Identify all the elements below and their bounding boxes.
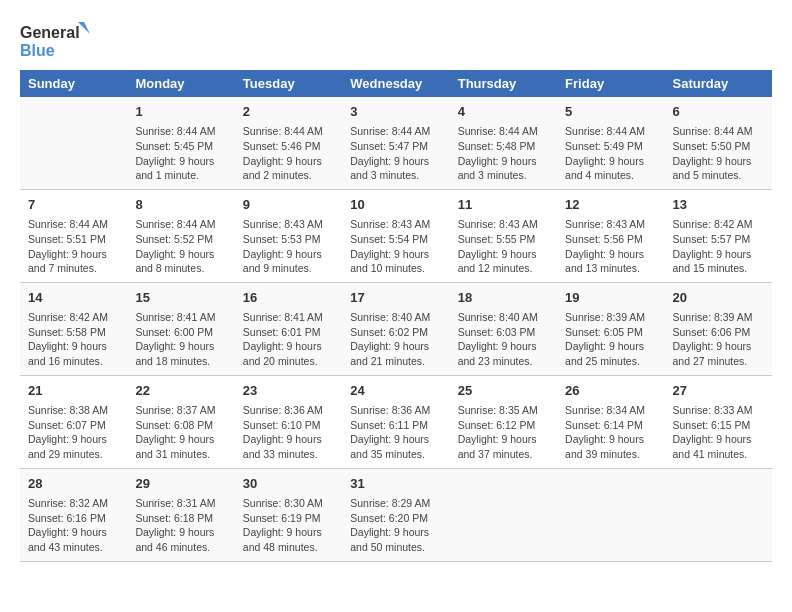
- day-info: Sunrise: 8:42 AMSunset: 5:58 PMDaylight:…: [28, 310, 119, 369]
- week-row-2: 14Sunrise: 8:42 AMSunset: 5:58 PMDayligh…: [20, 282, 772, 375]
- day-number: 30: [243, 475, 334, 493]
- col-header-saturday: Saturday: [665, 70, 772, 97]
- day-cell: 10Sunrise: 8:43 AMSunset: 5:54 PMDayligh…: [342, 189, 449, 282]
- day-cell: 18Sunrise: 8:40 AMSunset: 6:03 PMDayligh…: [450, 282, 557, 375]
- day-info: Sunrise: 8:44 AMSunset: 5:48 PMDaylight:…: [458, 124, 549, 183]
- day-info: Sunrise: 8:34 AMSunset: 6:14 PMDaylight:…: [565, 403, 656, 462]
- day-cell: 9Sunrise: 8:43 AMSunset: 5:53 PMDaylight…: [235, 189, 342, 282]
- col-header-thursday: Thursday: [450, 70, 557, 97]
- day-cell: 7Sunrise: 8:44 AMSunset: 5:51 PMDaylight…: [20, 189, 127, 282]
- day-info: Sunrise: 8:44 AMSunset: 5:50 PMDaylight:…: [673, 124, 764, 183]
- day-info: Sunrise: 8:43 AMSunset: 5:54 PMDaylight:…: [350, 217, 441, 276]
- day-info: Sunrise: 8:44 AMSunset: 5:46 PMDaylight:…: [243, 124, 334, 183]
- day-cell: [20, 97, 127, 189]
- day-number: 29: [135, 475, 226, 493]
- col-header-friday: Friday: [557, 70, 664, 97]
- day-cell: 2Sunrise: 8:44 AMSunset: 5:46 PMDaylight…: [235, 97, 342, 189]
- day-number: 19: [565, 289, 656, 307]
- day-info: Sunrise: 8:40 AMSunset: 6:03 PMDaylight:…: [458, 310, 549, 369]
- day-cell: 22Sunrise: 8:37 AMSunset: 6:08 PMDayligh…: [127, 375, 234, 468]
- day-cell: 6Sunrise: 8:44 AMSunset: 5:50 PMDaylight…: [665, 97, 772, 189]
- day-number: 14: [28, 289, 119, 307]
- day-number: 22: [135, 382, 226, 400]
- day-number: 5: [565, 103, 656, 121]
- day-number: 21: [28, 382, 119, 400]
- day-info: Sunrise: 8:41 AMSunset: 6:00 PMDaylight:…: [135, 310, 226, 369]
- day-number: 13: [673, 196, 764, 214]
- day-number: 1: [135, 103, 226, 121]
- logo-icon: GeneralBlue: [20, 20, 95, 60]
- day-info: Sunrise: 8:43 AMSunset: 5:55 PMDaylight:…: [458, 217, 549, 276]
- day-cell: 25Sunrise: 8:35 AMSunset: 6:12 PMDayligh…: [450, 375, 557, 468]
- svg-text:General: General: [20, 24, 80, 41]
- day-cell: 4Sunrise: 8:44 AMSunset: 5:48 PMDaylight…: [450, 97, 557, 189]
- day-number: 18: [458, 289, 549, 307]
- day-info: Sunrise: 8:30 AMSunset: 6:19 PMDaylight:…: [243, 496, 334, 555]
- week-row-4: 28Sunrise: 8:32 AMSunset: 6:16 PMDayligh…: [20, 468, 772, 561]
- day-number: 31: [350, 475, 441, 493]
- day-cell: 11Sunrise: 8:43 AMSunset: 5:55 PMDayligh…: [450, 189, 557, 282]
- day-info: Sunrise: 8:39 AMSunset: 6:06 PMDaylight:…: [673, 310, 764, 369]
- day-number: 17: [350, 289, 441, 307]
- day-number: 12: [565, 196, 656, 214]
- day-cell: 30Sunrise: 8:30 AMSunset: 6:19 PMDayligh…: [235, 468, 342, 561]
- svg-marker-2: [78, 22, 90, 34]
- day-info: Sunrise: 8:32 AMSunset: 6:16 PMDaylight:…: [28, 496, 119, 555]
- day-cell: [557, 468, 664, 561]
- day-number: 3: [350, 103, 441, 121]
- day-number: 8: [135, 196, 226, 214]
- day-info: Sunrise: 8:44 AMSunset: 5:52 PMDaylight:…: [135, 217, 226, 276]
- day-info: Sunrise: 8:44 AMSunset: 5:45 PMDaylight:…: [135, 124, 226, 183]
- logo: GeneralBlue: [20, 20, 95, 60]
- day-number: 26: [565, 382, 656, 400]
- day-info: Sunrise: 8:36 AMSunset: 6:10 PMDaylight:…: [243, 403, 334, 462]
- day-number: 10: [350, 196, 441, 214]
- week-row-3: 21Sunrise: 8:38 AMSunset: 6:07 PMDayligh…: [20, 375, 772, 468]
- day-cell: [450, 468, 557, 561]
- week-row-0: 1Sunrise: 8:44 AMSunset: 5:45 PMDaylight…: [20, 97, 772, 189]
- day-info: Sunrise: 8:35 AMSunset: 6:12 PMDaylight:…: [458, 403, 549, 462]
- day-cell: 16Sunrise: 8:41 AMSunset: 6:01 PMDayligh…: [235, 282, 342, 375]
- day-cell: 24Sunrise: 8:36 AMSunset: 6:11 PMDayligh…: [342, 375, 449, 468]
- header: GeneralBlue: [20, 20, 772, 60]
- week-row-1: 7Sunrise: 8:44 AMSunset: 5:51 PMDaylight…: [20, 189, 772, 282]
- day-number: 27: [673, 382, 764, 400]
- day-cell: 13Sunrise: 8:42 AMSunset: 5:57 PMDayligh…: [665, 189, 772, 282]
- svg-text:Blue: Blue: [20, 42, 55, 59]
- day-info: Sunrise: 8:39 AMSunset: 6:05 PMDaylight:…: [565, 310, 656, 369]
- col-header-sunday: Sunday: [20, 70, 127, 97]
- day-cell: 23Sunrise: 8:36 AMSunset: 6:10 PMDayligh…: [235, 375, 342, 468]
- day-cell: 14Sunrise: 8:42 AMSunset: 5:58 PMDayligh…: [20, 282, 127, 375]
- day-info: Sunrise: 8:40 AMSunset: 6:02 PMDaylight:…: [350, 310, 441, 369]
- header-row: SundayMondayTuesdayWednesdayThursdayFrid…: [20, 70, 772, 97]
- day-info: Sunrise: 8:37 AMSunset: 6:08 PMDaylight:…: [135, 403, 226, 462]
- day-number: 15: [135, 289, 226, 307]
- day-number: 20: [673, 289, 764, 307]
- day-number: 9: [243, 196, 334, 214]
- day-info: Sunrise: 8:41 AMSunset: 6:01 PMDaylight:…: [243, 310, 334, 369]
- day-cell: [665, 468, 772, 561]
- calendar-table: SundayMondayTuesdayWednesdayThursdayFrid…: [20, 70, 772, 562]
- day-number: 2: [243, 103, 334, 121]
- day-cell: 12Sunrise: 8:43 AMSunset: 5:56 PMDayligh…: [557, 189, 664, 282]
- day-number: 7: [28, 196, 119, 214]
- day-info: Sunrise: 8:31 AMSunset: 6:18 PMDaylight:…: [135, 496, 226, 555]
- day-info: Sunrise: 8:36 AMSunset: 6:11 PMDaylight:…: [350, 403, 441, 462]
- day-number: 25: [458, 382, 549, 400]
- day-number: 28: [28, 475, 119, 493]
- day-number: 11: [458, 196, 549, 214]
- day-info: Sunrise: 8:44 AMSunset: 5:51 PMDaylight:…: [28, 217, 119, 276]
- day-info: Sunrise: 8:42 AMSunset: 5:57 PMDaylight:…: [673, 217, 764, 276]
- day-info: Sunrise: 8:43 AMSunset: 5:53 PMDaylight:…: [243, 217, 334, 276]
- col-header-wednesday: Wednesday: [342, 70, 449, 97]
- day-info: Sunrise: 8:44 AMSunset: 5:49 PMDaylight:…: [565, 124, 656, 183]
- day-info: Sunrise: 8:38 AMSunset: 6:07 PMDaylight:…: [28, 403, 119, 462]
- day-cell: 15Sunrise: 8:41 AMSunset: 6:00 PMDayligh…: [127, 282, 234, 375]
- day-cell: 26Sunrise: 8:34 AMSunset: 6:14 PMDayligh…: [557, 375, 664, 468]
- day-number: 23: [243, 382, 334, 400]
- day-number: 24: [350, 382, 441, 400]
- day-cell: 17Sunrise: 8:40 AMSunset: 6:02 PMDayligh…: [342, 282, 449, 375]
- day-cell: 27Sunrise: 8:33 AMSunset: 6:15 PMDayligh…: [665, 375, 772, 468]
- day-info: Sunrise: 8:43 AMSunset: 5:56 PMDaylight:…: [565, 217, 656, 276]
- day-number: 16: [243, 289, 334, 307]
